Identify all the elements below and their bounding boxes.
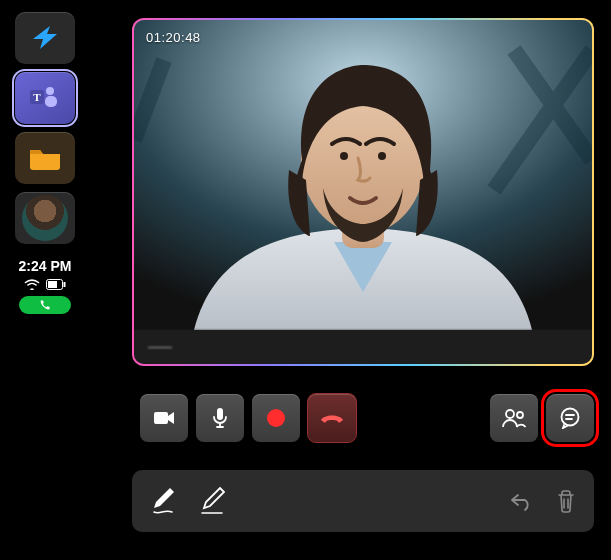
active-call-pill[interactable] [19, 296, 71, 314]
pen-button[interactable] [150, 486, 178, 516]
call-controls-right [490, 394, 594, 442]
status-row [24, 278, 66, 290]
trash-icon [556, 489, 576, 513]
undo-icon [510, 491, 534, 511]
power-icon [30, 25, 60, 51]
chat-button[interactable] [546, 394, 594, 442]
person-silhouette-icon [134, 20, 592, 330]
hangup-button[interactable] [308, 394, 356, 442]
svg-rect-6 [48, 281, 57, 288]
battery-icon [46, 279, 66, 290]
chat-icon [559, 407, 581, 429]
svg-text:T: T [33, 91, 41, 103]
participant-video [134, 20, 592, 330]
phone-icon [39, 299, 51, 311]
teams-icon: T [29, 84, 61, 112]
mic-button[interactable] [196, 394, 244, 442]
clock-label: 2:24 PM [19, 258, 72, 274]
svg-point-10 [340, 152, 348, 160]
hangup-icon [319, 411, 345, 425]
camera-button[interactable] [140, 394, 188, 442]
pen-icon [150, 486, 178, 516]
avatar-icon [22, 195, 68, 241]
undo-button[interactable] [510, 491, 534, 511]
svg-point-11 [378, 152, 386, 160]
ink-toolbar [132, 470, 594, 532]
participant-name: —— [148, 340, 172, 354]
participant-name-strip: —— [134, 330, 592, 364]
app-sidebar: T 2:24 PM [10, 12, 80, 314]
svg-rect-5 [64, 282, 66, 287]
delete-button[interactable] [556, 489, 576, 513]
svg-rect-13 [217, 408, 223, 420]
people-icon [502, 408, 526, 428]
svg-point-2 [46, 87, 54, 95]
pencil-button[interactable] [200, 486, 228, 516]
sidebar-contact-avatar[interactable] [15, 192, 75, 244]
sidebar-app-files[interactable] [15, 132, 75, 184]
people-button[interactable] [490, 394, 538, 442]
svg-rect-12 [154, 412, 168, 424]
record-button[interactable] [252, 394, 300, 442]
wifi-icon [24, 278, 40, 290]
folder-icon [28, 146, 62, 170]
pencil-icon [200, 486, 228, 516]
call-timer: 01:20:48 [146, 30, 201, 45]
camera-icon [153, 410, 175, 426]
svg-point-15 [517, 412, 523, 418]
svg-rect-7 [134, 20, 592, 330]
svg-point-16 [562, 409, 579, 426]
svg-rect-8 [342, 208, 384, 248]
sidebar-app-power[interactable] [15, 12, 75, 64]
svg-rect-3 [45, 96, 57, 107]
svg-point-14 [506, 410, 514, 418]
video-call-window: 01:20:48 [132, 18, 594, 366]
sidebar-app-teams[interactable]: T [15, 72, 75, 124]
svg-point-9 [301, 86, 425, 234]
mic-icon [212, 407, 228, 429]
call-controls [140, 394, 356, 442]
